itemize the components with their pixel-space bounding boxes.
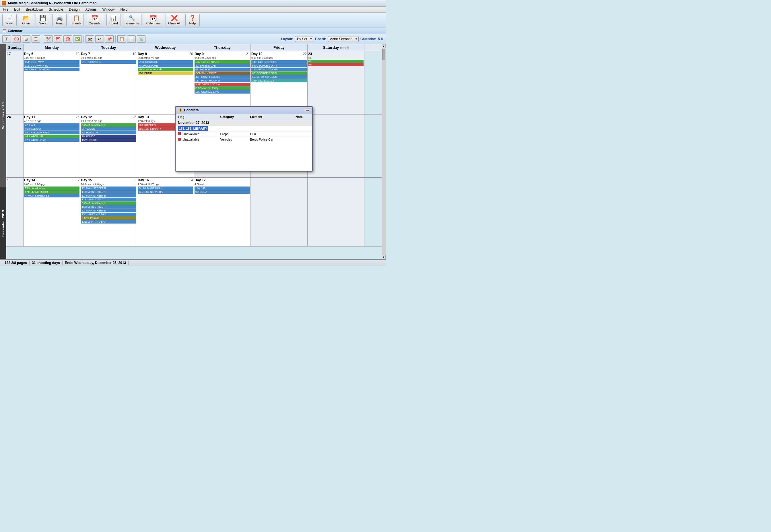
flag-button[interactable]: 🚩 [54, 35, 62, 43]
scene-nov22-5[interactable]: 56, 58, 60, 62: GEOR [251, 75, 307, 79]
scene-nov21-4[interactable]: COMPANY MOVE [195, 71, 250, 75]
menu-file[interactable]: File [2, 7, 9, 12]
scene-nov22-6[interactable]: 119, 120, 121, 122, [251, 79, 307, 82]
sheets-label: Sheets [71, 22, 81, 25]
az-button[interactable]: az [86, 35, 94, 43]
menu-help[interactable]: Help [119, 7, 129, 12]
conflicts-label: Conflicts [184, 108, 199, 112]
scroll-down-arrow[interactable]: ▼ [382, 255, 386, 259]
calendars-button[interactable]: 📆 Calendars [144, 14, 163, 26]
scene-dec5-2[interactable]: 96: OCEA [195, 190, 250, 194]
scene-nov21-6[interactable]: 13: FRONT ROOM D [195, 79, 250, 82]
conflicts-title-bar[interactable]: ⚠️ Conflicts — [176, 107, 312, 114]
menu-design[interactable]: Design [68, 7, 81, 12]
scroll-thumb[interactable] [382, 49, 385, 60]
scene-nov26-1[interactable]: B CAM on set today [81, 123, 136, 127]
list-button[interactable]: 📃 [127, 35, 136, 43]
separator1 [42, 35, 42, 43]
scene-dec3-7[interactable]: 32: MAIN STREET B [81, 209, 136, 212]
del-button[interactable]: 🗑️ [137, 35, 145, 43]
new-button[interactable]: 📄 New [2, 14, 17, 26]
scene-nov18-1[interactable]: 151: DOORWAY [24, 60, 79, 64]
scene-nov20-2[interactable]: 7: DRUGSTORE [138, 64, 193, 67]
scene-dec4-2[interactable]: 141, 143: NICK'S BA [138, 190, 193, 194]
scene-nov18-3[interactable]: 90: DRAFT BOARD O [24, 68, 79, 71]
scene-nov19-1[interactable]: 5: DRUGSTORE [81, 60, 136, 64]
scene-nov21-7[interactable]: 3: FROZEN RIVER A [195, 83, 250, 86]
scene-dec3-1[interactable]: 17: MAIN STREET B [81, 187, 136, 190]
columns-button[interactable]: ☰ [32, 35, 40, 43]
scene-nov21-3[interactable]: 89: FACTORY [195, 68, 250, 71]
scene-dec3-3[interactable]: 81: MAIN STREET B [81, 194, 136, 197]
scene-nov25-4[interactable]: 44: HATCH HALL [24, 135, 79, 138]
scene-nov26-3[interactable]: 82: HOSPITAL [81, 131, 136, 134]
menu-actions[interactable]: Actions [84, 7, 98, 12]
title-bar: m Movie Magic Scheduling 6 - Wonderful L… [0, 0, 386, 7]
scene-nov22-3[interactable]: 113: GEORGE'S OFFI [251, 68, 307, 71]
scene-nov25-3[interactable]: 150: HALLWAY GEO [24, 131, 79, 134]
scene-dec2-3[interactable]: 4: MAIN STREET BE [24, 194, 79, 197]
right-scrollbar[interactable]: ▲ ▼ [382, 44, 386, 259]
scene-dec4-1[interactable]: 74, 76: MARTINI'S NI [138, 187, 193, 190]
scene-nov25-5[interactable]: 37: HATCH HOME [24, 138, 79, 142]
scroll-track[interactable] [382, 48, 386, 255]
scene-nov20-3[interactable]: 2ND Unit works toda [138, 68, 193, 71]
scene-dec3-8[interactable]: 130: MARTINI'S BAR [81, 213, 136, 216]
menu-breakdown[interactable]: Breakdown [25, 7, 44, 12]
date-dec3: 3 [134, 178, 136, 182]
scene-nov22-1[interactable]: 147, 148: GEORGE'S [251, 60, 307, 64]
layout-select[interactable]: By Set [295, 36, 313, 42]
pin-button[interactable]: 📌 [105, 35, 114, 43]
scene-nov21-9[interactable]: 165: GEORGE'S HO [195, 90, 250, 94]
scene-dec3-9[interactable]: If Time Permits [81, 216, 136, 220]
scene-dec3-4[interactable]: 129: MAIN STREET I [81, 198, 136, 201]
conflicts-close-button[interactable]: — [305, 108, 310, 112]
scene-nov25-1[interactable]: 42: HALL [24, 123, 79, 127]
menu-edit[interactable]: Edit [13, 7, 21, 12]
grid-button[interactable]: ⊞ [22, 35, 30, 43]
scene-nov26-5[interactable]: 153: HOUSE [81, 138, 136, 142]
check-button[interactable]: ✅ [73, 35, 82, 43]
menu-schedule[interactable]: Schedule [48, 7, 64, 12]
scene-nov22-2[interactable]: 54: GEORGE'S OFFI [251, 64, 307, 67]
board-select-wrapper[interactable]: Actor Scenario [328, 36, 359, 42]
scene-dec5-1[interactable]: 140, 142: [195, 187, 250, 190]
format-text-button[interactable]: T̲ [2, 35, 11, 43]
scene-dec3-2[interactable]: 117: MAIN STREET I [81, 190, 136, 194]
scene-dec3-5[interactable]: B CAM on set today [81, 201, 136, 205]
target-button[interactable]: 🎯 [63, 35, 72, 43]
open-button[interactable]: 📂 Open [19, 14, 33, 26]
back-button[interactable]: ↩ [95, 35, 104, 43]
scene-nov21-5[interactable]: 47: FRONT HALL BA [195, 75, 250, 79]
calendar-button[interactable]: 📅 Calendar [86, 14, 104, 26]
help-button[interactable]: ❓ Help [185, 14, 200, 26]
scene-dec2-2[interactable]: 171: LIVING ROOM [24, 190, 79, 194]
scene-nov25-2[interactable]: 46: HALLWAY [24, 127, 79, 131]
scene-nov26-4[interactable]: 99: HOUSE [81, 135, 136, 138]
scene-nov21-8[interactable]: B CAM on set today [195, 86, 250, 90]
scene-nov20-4[interactable]: 100: DUMP [138, 71, 193, 75]
close-all-button[interactable]: ❌ Close All [166, 14, 183, 26]
calendars-icon: 📆 [150, 15, 157, 21]
board-select[interactable]: Actor Scenario [328, 36, 359, 42]
save-button[interactable]: 💾 Save [36, 14, 50, 26]
scene-nov20-1[interactable]: 5: DRUGSTORE [138, 60, 193, 64]
elements-button[interactable]: 🔧 Elements [123, 14, 141, 26]
scene-dec3-6[interactable]: 160: MAIN STREET I [81, 205, 136, 209]
no-button[interactable]: 🚫 [12, 35, 21, 43]
scroll-up-arrow[interactable]: ▲ [382, 44, 386, 48]
layout-select-wrapper[interactable]: By Set [295, 36, 313, 42]
scene-nov18-2[interactable]: 115: DOORWAY TO [24, 64, 79, 67]
board-button[interactable]: 📊 Board [106, 14, 121, 26]
scene-dec3-10[interactable]: 131: MARTINI'S BAR [81, 220, 136, 224]
scene-nov21-2[interactable]: 49: ERNIE'S CAB [195, 64, 250, 67]
print-button[interactable]: 🖨️ Print [52, 14, 67, 26]
scene-nov21-1[interactable]: 166, 169: ENTRANC [195, 60, 250, 64]
scene-nov26-2[interactable]: 2: HEAVEN [81, 127, 136, 131]
sheets-button[interactable]: 📋 Sheets [69, 14, 84, 26]
menu-window[interactable]: Window [101, 7, 116, 12]
copy-button[interactable]: 📋 [117, 35, 126, 43]
scissors-button[interactable]: ✂️ [44, 35, 53, 43]
scene-dec2-1[interactable]: EPK on set today [24, 187, 79, 190]
scene-nov22-4[interactable]: 65: GEORGE'S OFFI [251, 71, 307, 75]
